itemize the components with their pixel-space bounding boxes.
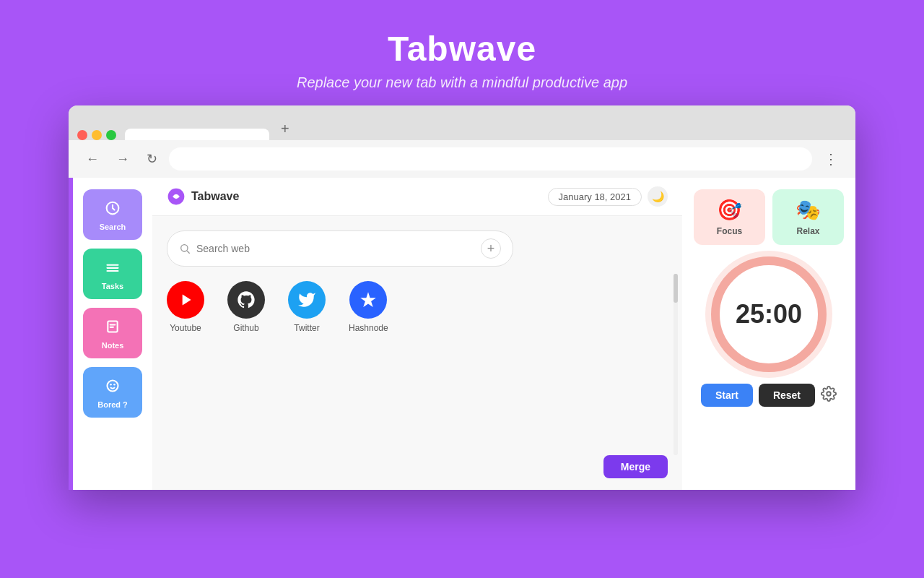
bored-nav-icon <box>103 376 123 396</box>
scrollbar-track <box>674 274 678 455</box>
hashnode-logo-icon <box>359 290 378 309</box>
sidebar-item-notes-label: Notes <box>102 341 124 350</box>
search-bar: + <box>167 230 513 267</box>
main-content: Tabwave January 18, 2021 🌙 + <box>152 178 682 490</box>
browser-navbar: ← → ↻ ⋮ <box>69 140 855 178</box>
merge-button[interactable]: Merge <box>603 455 668 478</box>
sidebar-item-search-label: Search <box>100 223 126 231</box>
svg-point-6 <box>108 381 118 392</box>
search-input[interactable] <box>196 243 475 254</box>
search-area: + <box>152 216 682 274</box>
github-logo-icon <box>236 290 256 310</box>
timer-circle: 25:00 <box>711 256 827 372</box>
relax-icon: 🎭 <box>796 198 821 222</box>
mode-card-relax[interactable]: 🎭 Relax <box>772 189 844 245</box>
sidebar-item-tasks[interactable]: Tasks <box>83 249 142 299</box>
date-text: January 18, 2021 <box>559 191 631 202</box>
date-badge: January 18, 2021 <box>548 188 642 206</box>
hashnode-label: Hashnode <box>349 323 388 333</box>
back-button[interactable]: ← <box>80 149 105 170</box>
youtube-label: Youtube <box>170 323 201 333</box>
svg-marker-12 <box>183 294 191 305</box>
focus-label: Focus <box>717 226 742 236</box>
settings-button[interactable] <box>821 386 837 405</box>
traffic-light-green[interactable] <box>106 130 116 140</box>
start-button[interactable]: Start <box>701 384 753 407</box>
shortcut-github[interactable]: Github <box>227 281 265 448</box>
youtube-icon <box>167 281 204 319</box>
traffic-light-red[interactable] <box>77 130 87 140</box>
svg-point-13 <box>827 392 831 396</box>
tasks-nav-icon <box>103 257 123 277</box>
relax-label: Relax <box>796 226 819 236</box>
hashnode-icon <box>349 281 387 319</box>
youtube-play-icon <box>176 290 195 309</box>
mode-card-focus[interactable]: 🎯 Focus <box>694 189 765 245</box>
timer-display: 25:00 <box>736 299 802 329</box>
twitter-logo-icon <box>297 290 316 309</box>
app-logo-icon <box>167 187 186 206</box>
search-nav-icon <box>103 198 123 218</box>
gear-icon <box>821 386 837 402</box>
forward-button[interactable]: → <box>110 149 135 170</box>
merge-area: Merge <box>152 455 682 490</box>
new-tab-button[interactable]: + <box>275 118 295 140</box>
github-icon <box>227 281 265 319</box>
hero-title: Tabwave <box>388 29 536 69</box>
mode-cards: 🎯 Focus 🎭 Relax <box>694 189 844 245</box>
search-icon <box>179 243 191 254</box>
sidebar-item-search[interactable]: Search <box>83 189 142 240</box>
sidebar-item-notes[interactable]: Notes <box>83 308 142 358</box>
svg-line-11 <box>187 251 190 254</box>
shortcut-youtube[interactable]: Youtube <box>167 281 204 448</box>
github-label: Github <box>233 323 258 333</box>
sidebar-item-tasks-label: Tasks <box>102 282 123 290</box>
focus-icon: 🎯 <box>717 198 742 222</box>
left-nav: Search Tasks <box>73 178 152 490</box>
app-content: Search Tasks <box>69 178 855 490</box>
browser-tabbar: + <box>69 105 855 140</box>
reload-button[interactable]: ↻ <box>141 148 163 170</box>
shortcut-hashnode[interactable]: Hashnode <box>349 281 388 448</box>
app-logo: Tabwave <box>167 187 239 206</box>
browser-tab[interactable] <box>125 129 269 140</box>
hero-subtitle: Replace your new tab with a mindful prod… <box>297 74 627 91</box>
sidebar-item-bored-label: Bored ? <box>97 400 128 409</box>
hero-section: Tabwave Replace your new tab with a mind… <box>297 0 627 91</box>
shortcut-twitter[interactable]: Twitter <box>288 281 326 448</box>
timer-buttons: Start Reset <box>701 384 837 407</box>
app-header: Tabwave January 18, 2021 🌙 <box>152 178 682 216</box>
theme-toggle[interactable]: 🌙 <box>648 186 668 207</box>
sidebar-item-bored[interactable]: Bored ? <box>83 367 142 418</box>
right-panel: 🎯 Focus 🎭 Relax 25:00 Start Reset <box>682 178 855 490</box>
browser-window: + ← → ↻ ⋮ Search <box>69 105 855 490</box>
notes-nav-icon <box>103 316 123 337</box>
app-logo-text: Tabwave <box>191 190 239 203</box>
traffic-light-yellow[interactable] <box>92 130 102 140</box>
browser-menu-button[interactable]: ⋮ <box>818 147 844 171</box>
twitter-label: Twitter <box>294 323 319 333</box>
twitter-icon <box>288 281 326 319</box>
svg-point-10 <box>181 245 188 251</box>
reset-button[interactable]: Reset <box>759 384 815 407</box>
address-bar[interactable] <box>169 147 812 171</box>
scrollbar-thumb[interactable] <box>674 274 678 303</box>
add-shortcut-button[interactable]: + <box>481 238 501 259</box>
